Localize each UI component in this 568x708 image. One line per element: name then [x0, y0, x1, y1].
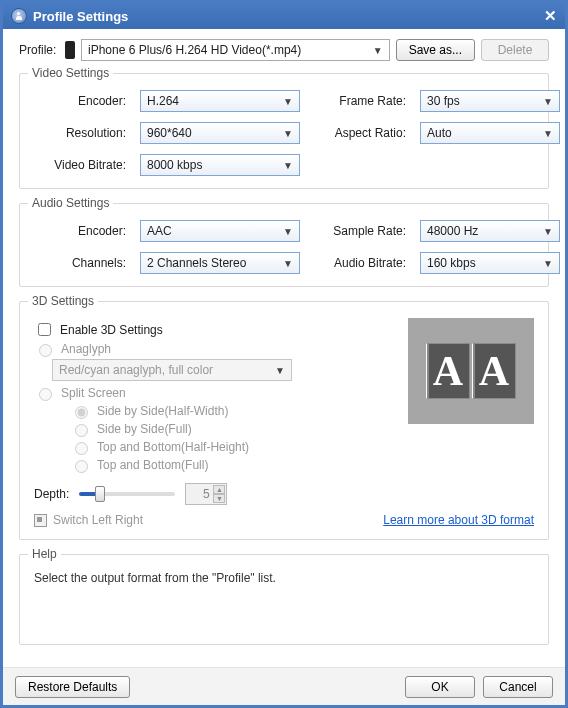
video-encoder-select[interactable]: H.264▼: [140, 90, 300, 112]
depth-slider: [79, 484, 175, 504]
video-settings-group: Video Settings Encoder: H.264▼ Frame Rat…: [19, 73, 549, 189]
audio-bitrate-select[interactable]: 160 kbps▼: [420, 252, 560, 274]
video-bitrate-select[interactable]: 8000 kbps▼: [140, 154, 300, 176]
video-encoder-label: Encoder:: [34, 94, 126, 108]
anaglyph-mode-select: Red/cyan anaglyph, full color▼: [52, 359, 292, 381]
preview-right: A: [472, 343, 516, 399]
content-area: Profile: iPhone 6 Plus/6 H.264 HD Video(…: [3, 29, 565, 667]
audio-encoder-select[interactable]: AAC▼: [140, 220, 300, 242]
enable-3d-checkbox[interactable]: Enable 3D Settings: [34, 320, 398, 339]
sbs-full-radio: Side by Side(Full): [70, 421, 398, 437]
preview-left: A: [426, 343, 470, 399]
tab-half-radio: Top and Bottom(Half-Height): [70, 439, 398, 455]
3d-preview: A A: [408, 318, 534, 424]
delete-button: Delete: [481, 39, 549, 61]
switch-icon: [34, 514, 47, 527]
resolution-select[interactable]: 960*640▼: [140, 122, 300, 144]
profile-value: iPhone 6 Plus/6 H.264 HD Video(*.mp4): [88, 43, 301, 57]
tab-full-radio: Top and Bottom(Full): [70, 457, 398, 473]
learn-more-link[interactable]: Learn more about 3D format: [383, 513, 534, 527]
slider-thumb: [95, 486, 105, 502]
frame-rate-select[interactable]: 30 fps▼: [420, 90, 560, 112]
footer: Restore Defaults OK Cancel: [3, 667, 565, 705]
chevron-down-icon: ▼: [543, 226, 553, 237]
channels-select[interactable]: 2 Channels Stereo▼: [140, 252, 300, 274]
3d-settings-group: 3D Settings Enable 3D Settings Anaglyph …: [19, 301, 549, 540]
depth-spinner: 5 ▲▼: [185, 483, 227, 505]
chevron-down-icon: ▼: [283, 128, 293, 139]
resolution-label: Resolution:: [34, 126, 126, 140]
chevron-down-icon: ▼: [283, 226, 293, 237]
depth-label: Depth:: [34, 487, 69, 501]
chevron-down-icon: ▼: [543, 128, 553, 139]
sample-rate-label: Sample Rate:: [314, 224, 406, 238]
profile-label: Profile:: [19, 43, 59, 57]
profile-select[interactable]: iPhone 6 Plus/6 H.264 HD Video(*.mp4) ▼: [81, 39, 390, 61]
sample-rate-select[interactable]: 48000 Hz▼: [420, 220, 560, 242]
app-icon: [11, 8, 27, 24]
chevron-up-icon: ▲: [213, 485, 225, 494]
window-title: Profile Settings: [33, 9, 128, 24]
ok-button[interactable]: OK: [405, 676, 475, 698]
video-bitrate-label: Video Bitrate:: [34, 158, 126, 172]
cancel-button[interactable]: Cancel: [483, 676, 553, 698]
help-group-label: Help: [28, 547, 61, 561]
audio-encoder-label: Encoder:: [34, 224, 126, 238]
sbs-half-radio: Side by Side(Half-Width): [70, 403, 398, 419]
chevron-down-icon: ▼: [373, 45, 383, 56]
split-screen-radio: Split Screen: [34, 385, 398, 401]
save-as-button[interactable]: Save as...: [396, 39, 475, 61]
chevron-down-icon: ▼: [213, 494, 225, 503]
audio-settings-group: Audio Settings Encoder: AAC▼ Sample Rate…: [19, 203, 549, 287]
channels-label: Channels:: [34, 256, 126, 270]
help-text: Select the output format from the "Profi…: [34, 571, 534, 585]
profile-settings-window: Profile Settings ✕ Profile: iPhone 6 Plu…: [0, 0, 568, 708]
restore-defaults-button[interactable]: Restore Defaults: [15, 676, 130, 698]
audio-group-label: Audio Settings: [28, 196, 113, 210]
chevron-down-icon: ▼: [543, 258, 553, 269]
3d-group-label: 3D Settings: [28, 294, 98, 308]
chevron-down-icon: ▼: [283, 258, 293, 269]
anaglyph-radio: Anaglyph: [34, 341, 398, 357]
frame-rate-label: Frame Rate:: [314, 94, 406, 108]
audio-bitrate-label: Audio Bitrate:: [314, 256, 406, 270]
video-group-label: Video Settings: [28, 66, 113, 80]
titlebar: Profile Settings ✕: [3, 3, 565, 29]
aspect-ratio-select[interactable]: Auto▼: [420, 122, 560, 144]
close-button[interactable]: ✕: [539, 7, 561, 25]
profile-row: Profile: iPhone 6 Plus/6 H.264 HD Video(…: [19, 39, 549, 61]
help-group: Help Select the output format from the "…: [19, 554, 549, 645]
chevron-down-icon: ▼: [283, 96, 293, 107]
switch-left-right: Switch Left Right: [34, 513, 143, 527]
chevron-down-icon: ▼: [283, 160, 293, 171]
chevron-down-icon: ▼: [275, 365, 285, 376]
aspect-ratio-label: Aspect Ratio:: [314, 126, 406, 140]
device-icon: [65, 41, 75, 59]
chevron-down-icon: ▼: [543, 96, 553, 107]
